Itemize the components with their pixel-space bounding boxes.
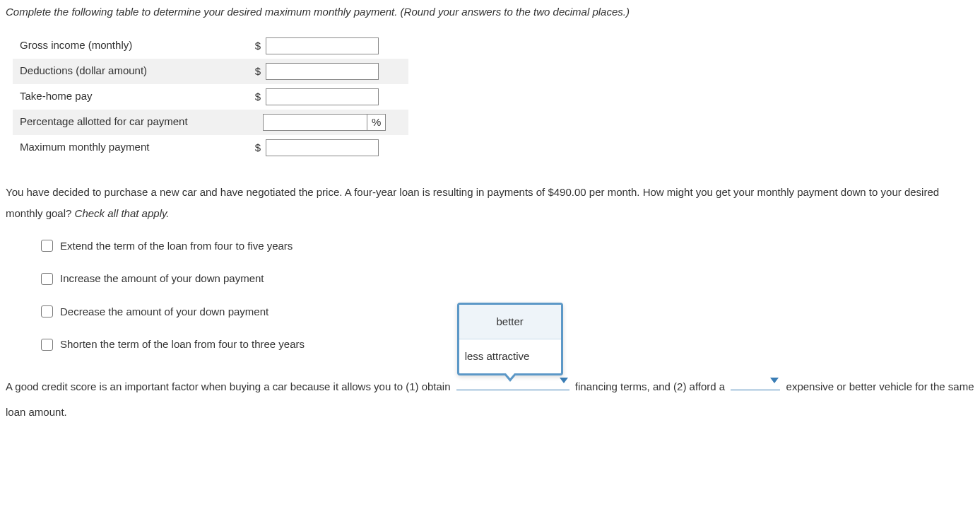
deductions-input[interactable] [266,63,379,80]
dropdown-option-better[interactable]: better [459,305,561,339]
bottom-text-1: A good credit score is an important fact… [6,380,451,392]
checkbox-label: Increase the amount of your down payment [60,271,264,287]
row-label: Maximum monthly payment [13,135,246,161]
payment-table: Gross income (monthly) $ Deductions (dol… [13,33,408,161]
instruction-text: Complete the following table to determin… [6,4,974,21]
dollar-prefix: $ [253,64,263,80]
dollar-prefix: $ [253,89,263,105]
paragraph-2: You have decided to purchase a new car a… [6,182,974,224]
checkbox-decrease-down[interactable] [41,305,53,317]
chevron-down-icon [560,378,568,383]
checkbox-label: Decrease the amount of your down payment [60,304,268,320]
row-label: Deductions (dollar amount) [13,59,246,84]
bottom-text-2: financing terms, and (2) afford a [575,380,725,392]
dollar-prefix: $ [253,38,263,54]
row-label: Take-home pay [13,84,246,110]
bottom-paragraph: A good credit score is an important fact… [6,374,974,425]
row-field: $ [246,84,408,110]
percentage-input[interactable] [263,114,367,131]
gross-income-input[interactable] [266,37,379,54]
row-label: Gross income (monthly) [13,33,246,59]
dropdown-option-less-attractive[interactable]: less attractive [459,339,561,373]
checkbox-shorten-term[interactable] [41,339,53,351]
percent-suffix: % [367,114,386,131]
row-label: Percentage allotted for car payment [13,110,246,135]
popup-tail-inner-icon [505,373,515,378]
checkbox-row: Extend the term of the loan from four to… [41,238,974,255]
row-field: $ [246,33,408,59]
checkbox-row: Increase the amount of your down payment [41,271,974,287]
max-payment-input[interactable] [266,139,379,156]
dropdown-1-popup: better less attractive [457,303,563,375]
take-home-pay-input[interactable] [266,88,379,105]
row-field: $ [246,135,408,161]
dropdown-2-slot[interactable] [731,376,780,390]
checkbox-label: Extend the term of the loan from four to… [60,238,293,255]
checkbox-label: Shorten the term of the loan from four t… [60,337,305,353]
checkbox-increase-down[interactable] [41,273,53,285]
paragraph-2-emph: Check all that apply. [75,207,170,219]
chevron-down-icon [770,378,779,383]
dollar-prefix: $ [253,140,263,156]
row-field: % [246,110,408,135]
row-field: $ [246,59,408,84]
checkbox-extend-term[interactable] [41,240,53,252]
